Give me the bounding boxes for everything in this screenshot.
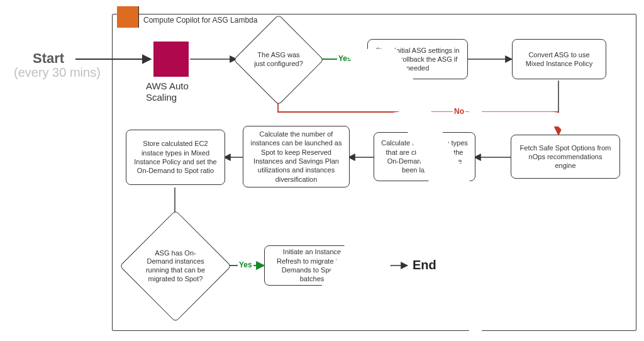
step-initiate-instance-refresh: Initiate an Instance Refresh to migrate … [264,245,360,286]
edge-label-yes-configured: Yes [337,54,353,63]
edge-label-no-configured: No [453,107,465,116]
aws-auto-scaling-icon [153,42,189,77]
step-calculate-cheaper-instance-types: Calculate the instance types that are ch… [374,132,475,181]
lambda-group-title: Compute Copilot for ASG Lambda [143,16,257,25]
step-fetch-safe-spot-options: Fetch Safe Spot Options from nOps recomm… [511,135,620,179]
lambda-icon [117,6,138,28]
step-calculate-spot-count: Calculate the number of instances can be… [243,126,350,187]
aws-auto-scaling-label: AWS Auto Scaling [146,81,209,103]
end-label: End [413,258,436,272]
start-subtitle: (every 30 mins) [14,65,101,80]
edge-label-yes-migrate: Yes [238,260,253,269]
step-convert-mixed-instance-policy: Convert ASG to use Mixed Instance Policy [512,39,606,79]
start-label: Start [33,50,64,67]
step-store-initial-settings: Store Initial ASG settings in tags to ro… [367,39,468,79]
step-store-calculated-types: Store calculated EC2 instace types in Mi… [126,130,225,185]
